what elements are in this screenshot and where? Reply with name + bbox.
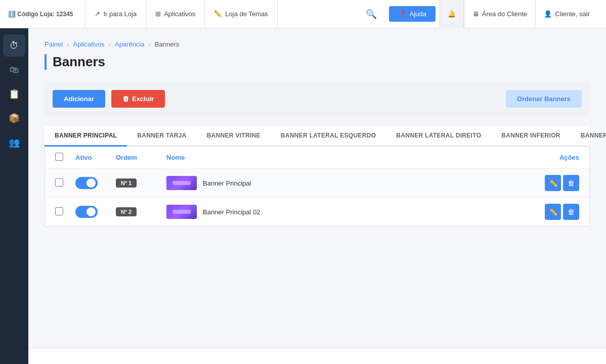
row1-checkbox[interactable]: [55, 178, 63, 187]
orders-icon: 📋: [9, 88, 20, 100]
breadcrumb-aparencia[interactable]: Aparência: [115, 40, 145, 48]
table-row: Nº 2 Banner Principal 02 ✏️ 🗑: [45, 198, 589, 226]
sidebar-item-dashboard[interactable]: ⏱: [3, 34, 25, 57]
tabs: BANNER PRINCIPAL BANNER TARJA BANNER VIT…: [45, 126, 590, 147]
tab-banner-tarja[interactable]: BANNER TARJA: [127, 126, 196, 147]
nav-ir-loja-label: Ir para Loja: [103, 10, 137, 18]
row1-check: [55, 178, 75, 188]
row1-delete-button[interactable]: 🗑: [563, 175, 579, 191]
select-all-checkbox[interactable]: [55, 153, 63, 161]
row1-acoes: ✏️ 🗑: [539, 175, 579, 191]
pencil-icon: ✏️: [549, 179, 557, 187]
nav-ir-loja[interactable]: ↗ Ir para Loja: [85, 0, 146, 28]
sidebar: ⏱ 🛍 📋 📦 👥: [0, 28, 28, 364]
header-check: [55, 153, 75, 162]
external-link-icon: ↗: [95, 10, 100, 18]
nav-loja-temas[interactable]: ✏️ Loja de Temas: [205, 0, 277, 28]
nav-aplicativos-label: Aplicativos: [164, 10, 195, 18]
user-menu[interactable]: 👤 Cliente, sair: [536, 0, 598, 28]
header-nome: Nome: [166, 154, 539, 161]
help-button[interactable]: ❓ Ajuda: [389, 6, 435, 22]
table-row: Nº 1 Banner Principal ✏️ 🗑: [45, 169, 589, 198]
sidebar-item-users[interactable]: 👥: [3, 131, 25, 154]
breadcrumb: Painel › Aplicativos › Aparência › Banne…: [45, 40, 590, 48]
pencil-icon: ✏️: [214, 10, 222, 18]
toolbar-left: Adicionar 🗑 Excluir: [53, 90, 165, 108]
row2-banner-name: Banner Principal 02: [203, 208, 260, 216]
dashboard-icon: ⏱: [10, 40, 19, 51]
row1-toggle[interactable]: [75, 177, 98, 189]
trash-icon: 🗑: [568, 208, 575, 216]
help-button-label: Ajuda: [409, 10, 426, 18]
add-button[interactable]: Adicionar: [53, 90, 105, 108]
row2-edit-button[interactable]: ✏️: [545, 204, 561, 220]
row2-banner-thumb-bar: [172, 210, 191, 214]
tab-banner-mobile[interactable]: BANNER MOBILE: [571, 126, 606, 147]
area-cliente-label: Área do Cliente: [482, 10, 528, 18]
nav-loja-temas-label: Loja de Temas: [225, 10, 268, 18]
tab-banner-principal[interactable]: BANNER PRINCIPAL: [45, 126, 127, 147]
row2-check: [55, 207, 75, 217]
tab-banner-inferior[interactable]: BANNER INFERIOR: [491, 126, 571, 147]
topbar-nav: ↗ Ir para Loja ⊞ Aplicativos ✏️ Loja de …: [85, 0, 358, 28]
breadcrumb-sep-1: ›: [67, 40, 69, 48]
row1-toggle-slider: [75, 177, 98, 189]
main-content: Painel › Aplicativos › Aparência › Banne…: [28, 28, 606, 364]
search-icon: 🔍: [366, 9, 377, 20]
pencil-icon: ✏️: [549, 208, 557, 216]
row2-delete-button[interactable]: 🗑: [563, 204, 579, 220]
sidebar-item-products[interactable]: 📦: [3, 107, 25, 129]
header-ativo: Ativo: [75, 154, 116, 161]
row2-banner-thumbnail: [166, 205, 197, 219]
trash-icon: 🗑: [568, 179, 575, 187]
nav-aplicativos[interactable]: ⊞ Aplicativos: [146, 0, 205, 28]
row1-order-badge: Nº 1: [116, 178, 137, 188]
row2-order-badge: Nº 2: [116, 207, 137, 216]
search-button[interactable]: 🔍: [358, 0, 385, 28]
row1-ordem: Nº 1: [116, 178, 166, 188]
bell-icon: 🔔: [448, 10, 456, 18]
sidebar-item-orders[interactable]: 📋: [3, 83, 25, 105]
banners-table: Ativo Ordem Nome Ações Nº 1: [45, 147, 590, 226]
page-title: Banners: [45, 54, 590, 70]
area-cliente-button[interactable]: 🖥 Área do Cliente: [464, 0, 536, 28]
store-code: ℹ️ Código Loja: 12345: [8, 11, 73, 18]
breadcrumb-sep-3: ›: [149, 40, 151, 48]
row2-toggle[interactable]: [75, 206, 98, 218]
tab-banner-lateral-esquerdo[interactable]: BANNER LATERAL ESQUERDO: [271, 126, 386, 147]
user-icon: 👤: [544, 10, 552, 18]
sidebar-item-shop[interactable]: 🛍: [3, 59, 25, 81]
row2-checkbox[interactable]: [55, 207, 63, 215]
row1-banner-thumbnail: [166, 176, 197, 190]
tab-banner-vitrine[interactable]: BANNER VITRINE: [197, 126, 271, 147]
box-icon: 📦: [9, 113, 20, 124]
help-icon: ❓: [398, 10, 406, 18]
topbar: ℹ️ Código Loja: 12345 ↗ Ir para Loja ⊞ A…: [0, 0, 606, 28]
row2-nome: Banner Principal 02: [166, 205, 539, 219]
header-ordem: Ordem: [116, 154, 166, 161]
breadcrumb-painel[interactable]: Painel: [45, 40, 63, 48]
table-header: Ativo Ordem Nome Ações: [45, 147, 589, 169]
delete-button-label: Excluir: [132, 95, 154, 103]
toolbar: Adicionar 🗑 Excluir Ordenar Banners: [45, 82, 590, 116]
row2-ativo: [75, 206, 116, 218]
tab-banner-lateral-direito[interactable]: BANNER LATERAL DIREITO: [386, 126, 491, 147]
row1-banner-name: Banner Principal: [203, 179, 251, 187]
bottom-bar: [0, 348, 606, 364]
delete-button[interactable]: 🗑 Excluir: [111, 90, 165, 108]
row1-edit-button[interactable]: ✏️: [545, 175, 561, 191]
row1-nome: Banner Principal: [166, 176, 539, 190]
breadcrumb-aplicativos[interactable]: Aplicativos: [73, 40, 104, 48]
store-code-value: 12345: [56, 11, 73, 18]
store-code-label: Código Loja:: [17, 11, 54, 18]
header-acoes: Ações: [539, 154, 579, 161]
row2-ordem: Nº 2: [116, 207, 166, 216]
row2-acoes: ✏️ 🗑: [539, 204, 579, 220]
breadcrumb-current: Banners: [155, 40, 179, 48]
grid-icon: ⊞: [155, 10, 161, 18]
shop-icon: 🛍: [10, 65, 19, 75]
user-label: Cliente, sair: [555, 10, 590, 18]
notification-button[interactable]: 🔔: [440, 0, 464, 28]
order-button[interactable]: Ordenar Banners: [506, 90, 582, 108]
row2-toggle-slider: [75, 206, 98, 218]
